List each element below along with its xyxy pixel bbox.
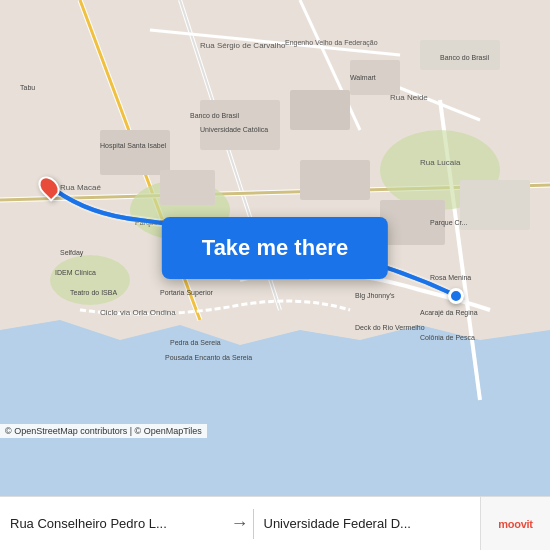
svg-text:Rua Sérgio de Carvalho: Rua Sérgio de Carvalho	[200, 41, 286, 50]
svg-rect-17	[290, 90, 350, 130]
moovit-brand-text: moovit	[498, 518, 532, 530]
svg-rect-16	[200, 100, 280, 150]
svg-point-15	[50, 255, 130, 305]
svg-rect-22	[160, 170, 215, 205]
svg-text:Selfday: Selfday	[60, 249, 84, 257]
svg-rect-21	[300, 160, 370, 200]
svg-text:Pousada Encanto da Sereia: Pousada Encanto da Sereia	[165, 354, 252, 361]
svg-rect-18	[100, 130, 170, 175]
map-attribution: © OpenStreetMap contributors | © OpenMap…	[0, 424, 207, 438]
svg-text:Blg Jhonny's: Blg Jhonny's	[355, 292, 395, 300]
moovit-logo: moovit	[480, 497, 550, 550]
origin-pin	[40, 175, 58, 199]
destination-label: Universidade Federal D...	[264, 516, 411, 531]
svg-text:Portaria Superior: Portaria Superior	[160, 289, 214, 297]
svg-text:Colônia de Pesca: Colônia de Pesca	[420, 334, 475, 341]
svg-text:Walmart: Walmart	[350, 74, 376, 81]
route-origin[interactable]: Rua Conselheiro Pedro L...	[0, 497, 227, 550]
svg-text:Rosa Menina: Rosa Menina	[430, 274, 471, 281]
take-me-there-button[interactable]: Take me there	[162, 217, 388, 279]
svg-text:Acarajé da Regina: Acarajé da Regina	[420, 309, 478, 317]
svg-text:Deck do Rio Vermelho: Deck do Rio Vermelho	[355, 324, 425, 331]
svg-text:Rua Lucaia: Rua Lucaia	[420, 158, 461, 167]
svg-text:Parque Cr...: Parque Cr...	[430, 219, 467, 227]
svg-rect-24	[460, 180, 530, 230]
svg-text:Pedra da Sereia: Pedra da Sereia	[170, 339, 221, 346]
svg-text:Banco do Brasil: Banco do Brasil	[440, 54, 489, 61]
svg-text:Universidade Católica: Universidade Católica	[200, 126, 268, 133]
app: Rua Sérgio de Carvalho Rua Neide Rua Mac…	[0, 0, 550, 550]
svg-text:Hospital Santa Isabel: Hospital Santa Isabel	[100, 142, 167, 150]
destination-pin	[448, 288, 464, 304]
origin-label: Rua Conselheiro Pedro L...	[10, 516, 167, 531]
svg-text:Teatro do ISBA: Teatro do ISBA	[70, 289, 117, 296]
svg-text:Banco do Brasil: Banco do Brasil	[190, 112, 239, 119]
svg-marker-2	[0, 320, 550, 496]
svg-text:Rua Macaé: Rua Macaé	[60, 183, 101, 192]
map-container: Rua Sérgio de Carvalho Rua Neide Rua Mac…	[0, 0, 550, 496]
svg-text:Ciclo via Orla Ondina: Ciclo via Orla Ondina	[100, 308, 176, 317]
svg-text:IDEM Clínica: IDEM Clínica	[55, 269, 96, 276]
bottom-bar: Rua Conselheiro Pedro L... → Universidad…	[0, 496, 550, 550]
route-arrow-icon: →	[227, 513, 253, 534]
route-destination[interactable]: Universidade Federal D...	[254, 497, 481, 550]
svg-text:Engenho Velho da Federação: Engenho Velho da Federação	[285, 39, 378, 47]
svg-text:Rua Neide: Rua Neide	[390, 93, 428, 102]
svg-text:Tabu: Tabu	[20, 84, 35, 91]
